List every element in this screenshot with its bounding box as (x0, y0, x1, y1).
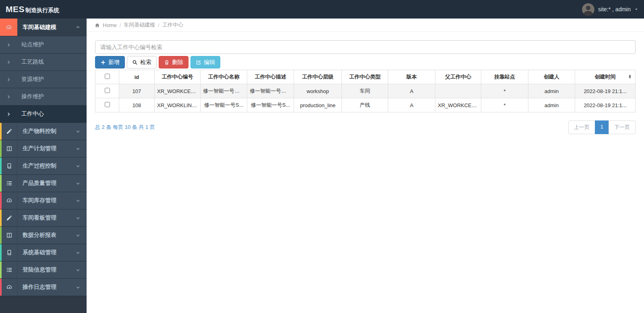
user-avatar (582, 3, 594, 16)
sidebar-item-label: 车间库存管理 (17, 192, 76, 209)
dashboard-icon (6, 197, 12, 204)
sidebar-item-label: 工作中心 (17, 106, 87, 122)
page-body: 新增 检索 删除 编辑 (87, 32, 644, 313)
sidebar-item-process-route[interactable]: 工艺路线 (0, 54, 87, 71)
column-header-version[interactable]: 版本 (388, 70, 435, 84)
chevron-down-icon (76, 164, 80, 168)
dashboard-icon (6, 284, 12, 290)
edit-icon (196, 60, 201, 65)
sidebar-item-label: 数据分析报表 (17, 227, 76, 244)
sidebar-item-operation-log-management[interactable]: 操作日志管理 (0, 279, 87, 296)
chevron-down-icon (76, 199, 80, 203)
cell-created-at: 2022-08-19 21:1... (575, 84, 636, 98)
sidebar-item-label: 系统基础管理 (17, 244, 76, 261)
breadcrumb-workshop-base-modeling[interactable]: 车间基础建模 (124, 21, 155, 29)
column-header-creator[interactable]: 创建人 (528, 70, 575, 84)
chevron-down-icon (76, 285, 80, 290)
chevron-down-icon (76, 268, 80, 272)
main-content: Home / 车间基础建模 / 工作中心 新增 检索 (87, 19, 644, 313)
sidebar-item-system-management[interactable]: 系统基础管理 (0, 244, 87, 261)
sidebar-item-label: 生产过程控制 (17, 158, 76, 174)
sidebar-item-label: 产品质量管理 (17, 175, 76, 192)
sidebar-item-label: 操作日志管理 (17, 279, 76, 296)
chevron-right-icon (6, 60, 11, 64)
column-header-code[interactable]: 工作中心编号 (155, 70, 201, 84)
sidebar-item-label: 工艺路线 (17, 54, 87, 70)
sidebar-item-report-analysis[interactable]: 数据分析报表 (0, 227, 87, 244)
cell-type: 车间 (342, 84, 388, 98)
column-header-station[interactable]: 挂靠站点 (481, 70, 528, 84)
sidebar-item-label: 生产计划管理 (17, 140, 76, 157)
trash-icon (164, 60, 170, 65)
column-header-id[interactable]: id (119, 70, 155, 84)
select-all-checkbox[interactable] (105, 74, 110, 79)
chevron-down-icon (76, 216, 80, 220)
sidebar-item-label: 资源维护 (17, 71, 87, 88)
breadcrumb-separator: / (120, 22, 121, 28)
sidebar-item-work-center[interactable]: 工作中心 (0, 106, 87, 123)
column-header-type[interactable]: 工作中心类型 (342, 70, 388, 84)
search-button[interactable]: 检索 (127, 56, 157, 68)
prev-page-button[interactable]: 上一页 (568, 120, 595, 134)
chevron-down-icon (76, 129, 80, 134)
accent-strip (0, 192, 2, 209)
row-select-cell (95, 84, 119, 98)
chevron-right-icon (6, 112, 11, 116)
accent-strip (0, 123, 2, 140)
home-icon (95, 23, 100, 28)
sidebar-item-kanban-management[interactable]: 车间看板管理 (0, 209, 87, 227)
breadcrumb-home[interactable]: Home (103, 22, 117, 28)
column-header-created-at[interactable]: 创建时间 (575, 70, 636, 84)
user-menu[interactable]: site:* , admin (582, 3, 638, 16)
table-row[interactable]: 107 XR_WORKCEN... 修一智能一号车间 修一智能一号车间 work… (95, 84, 636, 98)
chevron-right-icon (6, 77, 11, 82)
sidebar-item-site-maintenance[interactable]: 站点维护 (0, 36, 87, 54)
cell-code: XR_WORKLINE... (155, 98, 201, 112)
row-checkbox[interactable] (105, 88, 110, 93)
book-icon (6, 163, 12, 169)
search-input[interactable] (95, 40, 636, 54)
accent-strip (0, 279, 2, 296)
edit-button[interactable]: 编辑 (191, 56, 220, 68)
delete-button[interactable]: 删除 (159, 56, 188, 68)
sidebar-item-plan-management[interactable]: 生产计划管理 (0, 140, 87, 158)
cell-parent: XR_WORKCEN... (435, 98, 481, 112)
accent-strip (0, 244, 2, 261)
cell-name: 修一智能一号车间 (201, 84, 247, 98)
column-header-name[interactable]: 工作中心名称 (201, 70, 247, 84)
cell-created-at: 2022-08-19 21:1... (575, 98, 636, 112)
sidebar-item-workshop-base-modeling[interactable]: 车间基础建模 (0, 19, 87, 36)
sidebar: 车间基础建模 站点维护 工艺路线 资源维护 操作维护 工作中心 (0, 19, 87, 313)
cell-code: XR_WORKCEN... (155, 84, 201, 98)
sidebar-item-material-control[interactable]: 生产物料控制 (0, 123, 87, 140)
breadcrumb: Home / 车间基础建模 / 工作中心 (87, 19, 644, 32)
accent-strip (0, 175, 2, 192)
toolbar: 新增 检索 删除 编辑 (95, 56, 636, 68)
pagination: 上一页 1 下一页 (568, 120, 636, 134)
sidebar-item-label: 登陆信息管理 (17, 261, 76, 278)
column-header-parent[interactable]: 父工作中心 (435, 70, 481, 84)
next-page-button[interactable]: 下一页 (609, 120, 636, 134)
page-1-button[interactable]: 1 (595, 120, 609, 134)
row-checkbox[interactable] (105, 102, 110, 107)
column-header-level[interactable]: 工作中心层级 (294, 70, 342, 84)
cell-station: * (481, 98, 528, 112)
sidebar-item-operation-maintenance[interactable]: 操作维护 (0, 88, 87, 106)
top-bar: MES 制造执行系统 site:* , admin (0, 0, 644, 19)
sidebar-item-label: 生产物料控制 (17, 123, 76, 140)
table-row[interactable]: 108 XR_WORKLINE... 修一智能一号S... 修一智能一号S...… (95, 98, 636, 112)
sidebar-item-login-info-management[interactable]: 登陆信息管理 (0, 261, 87, 279)
sidebar-item-quality-management[interactable]: 产品质量管理 (0, 175, 87, 192)
cell-station: * (481, 84, 528, 98)
column-header-description[interactable]: 工作中心描述 (247, 70, 294, 84)
sidebar-item-process-control[interactable]: 生产过程控制 (0, 158, 87, 175)
pin-icon[interactable] (627, 75, 632, 79)
app-window: MES 制造执行系统 site:* , admin 车间基础建模 站点维护 工艺… (0, 0, 644, 313)
cell-creator: admin (528, 98, 575, 112)
sidebar-item-resource-maintenance[interactable]: 资源维护 (0, 71, 87, 88)
pagination-row: 总 2 条 每页 10 条 共 1 页 上一页 1 下一页 (95, 120, 636, 134)
breadcrumb-current-page: 工作中心 (162, 21, 183, 29)
add-button[interactable]: 新增 (95, 56, 125, 68)
sidebar-item-inventory-management[interactable]: 车间库存管理 (0, 192, 87, 209)
select-all-cell (95, 70, 119, 84)
